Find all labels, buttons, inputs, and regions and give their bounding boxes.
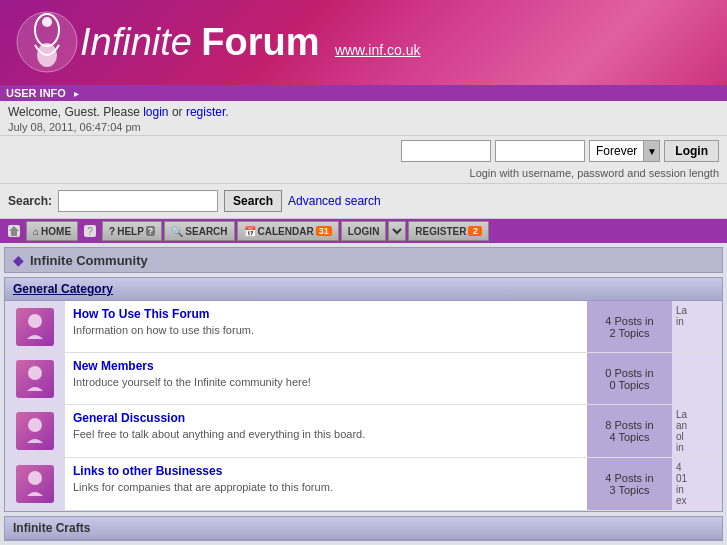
or-text: or xyxy=(172,105,183,119)
forum-name-link[interactable]: Links to other Businesses xyxy=(73,464,579,478)
category-name-general[interactable]: General Category xyxy=(13,282,113,296)
bottom-header: Infinite Crafts xyxy=(5,517,722,540)
login-nav-button[interactable]: LOGIN xyxy=(341,221,387,241)
welcome-prefix: Welcome, Guest. Please xyxy=(8,105,140,119)
category-header-general: General Category xyxy=(5,278,722,301)
register-link[interactable]: register xyxy=(186,105,225,119)
forum-topics: 2 Topics xyxy=(609,327,649,339)
forum-stats-cell: 8 Posts in 4 Topics xyxy=(587,405,672,457)
forum-icon-cell xyxy=(5,353,65,404)
forum-name-link[interactable]: New Members xyxy=(73,359,579,373)
forum-avatar xyxy=(16,308,54,346)
forum-last-cell: Lain xyxy=(672,301,722,352)
forum-avatar xyxy=(16,412,54,450)
forum-info-cell: Links to other Businesses Links for comp… xyxy=(65,458,587,510)
home-small-icon xyxy=(6,223,22,239)
forum-info-cell: General Discussion Feel free to talk abo… xyxy=(65,405,587,457)
svg-point-8 xyxy=(28,366,42,380)
search-button[interactable]: Search xyxy=(224,190,282,212)
forum-last-cell: Laanolin xyxy=(672,405,722,457)
search-nav-icon: 🔍 xyxy=(171,226,183,237)
title-italic: Infinite xyxy=(80,21,192,63)
forum-row: New Members Introduce yourself to the In… xyxy=(5,353,722,405)
forum-topics: 0 Topics xyxy=(609,379,649,391)
svg-text:?: ? xyxy=(87,226,93,237)
login-hint: Login with username, password and sessio… xyxy=(0,166,727,184)
forum-name-link[interactable]: General Discussion xyxy=(73,411,579,425)
title-bold: Forum xyxy=(201,21,319,63)
register-button[interactable]: REGISTER 2 xyxy=(408,221,489,241)
header-logo xyxy=(15,10,80,75)
forum-stats-cell: 4 Posts in 2 Topics xyxy=(587,301,672,352)
welcome-area: Welcome, Guest. Please login or register… xyxy=(0,101,727,136)
community-title: Infinite Community xyxy=(30,253,148,268)
forum-avatar xyxy=(16,360,54,398)
forum-icon-cell xyxy=(5,458,65,510)
welcome-text: Welcome, Guest. Please login or register… xyxy=(8,105,719,119)
home-button[interactable]: ⌂ HOME xyxy=(26,221,78,241)
forum-desc: Links for companies that are appropiate … xyxy=(73,481,333,493)
forum-stats-cell: 0 Posts in 0 Topics xyxy=(587,353,672,404)
calendar-icon: 📅 xyxy=(244,226,256,237)
search-nav-button[interactable]: 🔍 SEARCH xyxy=(164,221,234,241)
help-badge: ? xyxy=(146,226,156,236)
search-input[interactable] xyxy=(58,190,218,212)
calendar-badge: 31 xyxy=(316,226,332,236)
forum-avatar xyxy=(16,465,54,503)
forum-row: How To Use This Forum Information on how… xyxy=(5,301,722,353)
date-text: July 08, 2011, 06:47:04 pm xyxy=(8,121,719,133)
home-icon: ⌂ xyxy=(33,226,39,237)
nav-bar: ⌂ HOME ? ? HELP ? 🔍 SEARCH 📅 CALENDAR 31… xyxy=(0,219,727,243)
forum-posts: 4 Posts in xyxy=(605,315,653,327)
nav-home-icon-btn[interactable] xyxy=(4,221,24,241)
svg-point-9 xyxy=(28,418,42,432)
advanced-search-link[interactable]: Advanced search xyxy=(288,194,381,208)
forum-desc: Introduce yourself to the Infinite commu… xyxy=(73,376,311,388)
forum-topics: 3 Topics xyxy=(609,484,649,496)
forever-label: Forever xyxy=(590,144,643,158)
calendar-button[interactable]: 📅 CALENDAR 31 xyxy=(237,221,339,241)
login-link[interactable]: login xyxy=(143,105,168,119)
search-bar: Search: Search Advanced search xyxy=(0,184,727,219)
forum-info-cell: How To Use This Forum Information on how… xyxy=(65,301,587,352)
forum-topics: 4 Topics xyxy=(609,431,649,443)
forum-row: General Discussion Feel free to talk abo… xyxy=(5,405,722,458)
forever-dropdown-arrow[interactable]: ▼ xyxy=(643,141,659,161)
header: Infinite Forum www.inf.co.uk xyxy=(0,0,727,85)
forum-stats-cell: 4 Posts in 3 Topics xyxy=(587,458,672,510)
forum-icon-cell xyxy=(5,405,65,457)
forum-posts: 8 Posts in xyxy=(605,419,653,431)
last-post-text: Lain xyxy=(676,305,718,327)
last-post-text: 401inex xyxy=(676,462,718,506)
forum-row: Links to other Businesses Links for comp… xyxy=(5,458,722,511)
password-input[interactable] xyxy=(495,140,585,162)
forum-info-cell: New Members Introduce yourself to the In… xyxy=(65,353,587,404)
header-url[interactable]: www.inf.co.uk xyxy=(335,42,421,58)
username-input[interactable] xyxy=(401,140,491,162)
forum-last-cell xyxy=(672,353,722,404)
help-button[interactable]: ? HELP ? xyxy=(102,221,162,241)
login-button[interactable]: Login xyxy=(664,140,719,162)
svg-point-10 xyxy=(28,471,42,485)
search-label: Search: xyxy=(8,194,52,208)
forum-name-link[interactable]: How To Use This Forum xyxy=(73,307,579,321)
community-header: ◆ Infinite Community xyxy=(4,247,723,273)
main-content: ◆ Infinite Community General Category Ho… xyxy=(0,243,727,545)
login-dropdown[interactable]: ▼ xyxy=(388,221,406,241)
help-icon: ? xyxy=(109,226,115,237)
session-length-select[interactable]: Forever ▼ xyxy=(589,140,660,162)
svg-point-7 xyxy=(28,314,42,328)
help-small-icon: ? xyxy=(82,223,98,239)
login-area: Forever ▼ Login xyxy=(0,136,727,166)
forum-desc: Information on how to use this forum. xyxy=(73,324,254,336)
user-info-bar: USER INFO ▸ xyxy=(0,85,727,101)
last-post-text: Laanolin xyxy=(676,409,718,453)
forum-last-cell: 401inex xyxy=(672,458,722,510)
user-info-arrow[interactable]: ▸ xyxy=(74,88,79,99)
forum-posts: 4 Posts in xyxy=(605,472,653,484)
forum-posts: 0 Posts in xyxy=(605,367,653,379)
category-section-general: General Category How To Use This Forum I… xyxy=(4,277,723,512)
bottom-section: Infinite Crafts xyxy=(4,516,723,541)
nav-help-icon-btn[interactable]: ? xyxy=(80,221,100,241)
svg-point-3 xyxy=(42,17,52,27)
